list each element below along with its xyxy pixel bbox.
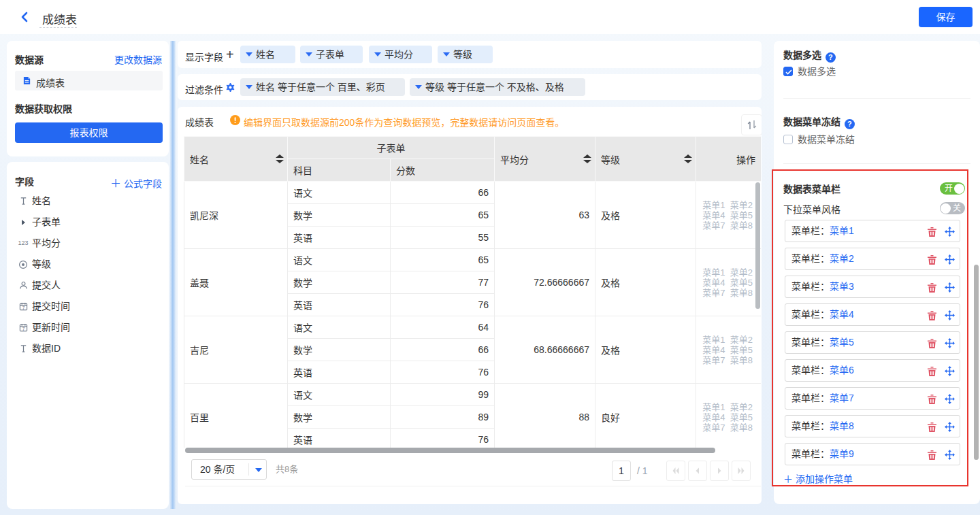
svg-text:7: 7 bbox=[22, 327, 24, 331]
svg-text:7: 7 bbox=[22, 305, 24, 310]
